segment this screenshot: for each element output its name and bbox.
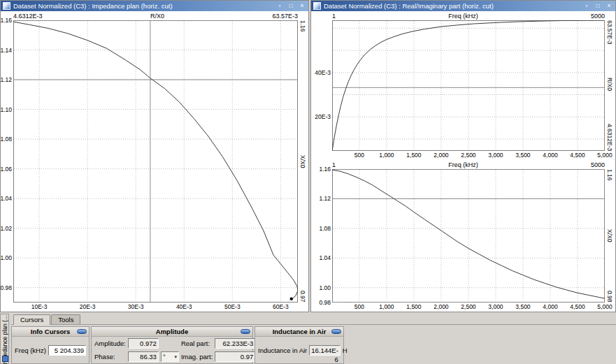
y-tick-label: 1.00 xyxy=(319,284,331,291)
impedance-plane-plot-canvas[interactable] xyxy=(13,20,298,303)
x-axis-labels: 5001,0001,5002,0002,5003,0003,5004,0004,… xyxy=(332,303,605,312)
y-tick-label: 20E-3 xyxy=(315,113,331,120)
group-title: Info Cursors xyxy=(31,328,70,335)
x-tick-label: 4,500 xyxy=(570,152,585,159)
tab-tools[interactable]: Tools xyxy=(51,314,80,324)
inductance-unit: H xyxy=(343,347,348,354)
x-axis-title: Freq (kHz) xyxy=(448,161,478,169)
right-axis-labels: 63.57E-3 R/X0 4.6312E-3 xyxy=(605,20,614,151)
undock-icon[interactable]: ▫ xyxy=(582,1,591,10)
info-cursors-group: Info Cursors Freq (kHz) 5 204.339 xyxy=(11,326,89,364)
x-axis-min: 4.6312E-3 xyxy=(13,12,43,20)
freq-input[interactable]: 5 204.339 xyxy=(48,345,86,356)
x-tick-label: 50E-3 xyxy=(224,303,241,310)
x-tick-label: 3,000 xyxy=(488,303,503,310)
inductance-field[interactable]: 16.144E-6 xyxy=(309,345,341,356)
x-tick-label: 30E-3 xyxy=(128,303,144,310)
x-axis-max: 63.57E-3 xyxy=(272,12,298,20)
amplitude-group: Amplitude Amplitude: 0.972 Real part: 62… xyxy=(91,326,253,364)
dataset-icon xyxy=(2,356,8,362)
x-axis-min: 1 xyxy=(332,161,336,169)
inductance-label: Inductance in Air xyxy=(258,347,307,354)
x-tick-label: 40E-3 xyxy=(176,303,192,310)
x-tick-label: 20E-3 xyxy=(80,303,96,310)
tab-cursors[interactable]: Cursors xyxy=(13,314,50,325)
real-part-field[interactable]: 62.233E-3 xyxy=(215,338,255,349)
y-axis-labels: 0.981.001.041.081.121.16 xyxy=(311,169,332,303)
y-tick-label: 1.02 xyxy=(0,225,12,232)
x-tick-label: 2,500 xyxy=(461,303,475,310)
x-tick-label: 5,000 xyxy=(597,303,612,310)
dataset-chart-icon xyxy=(313,2,321,10)
x-tick-label: 2,000 xyxy=(434,303,448,310)
group-header: Info Cursors xyxy=(12,327,89,337)
y-axis-max: 1.16 xyxy=(299,20,306,32)
window-title: Dataset Normalized (C3) : Real/Imaginary… xyxy=(324,2,580,10)
y-axis-labels: 20E-340E-3 xyxy=(311,20,332,151)
top-axis: 1 Freq (kHz) 5000 xyxy=(332,12,605,20)
undock-icon[interactable]: ▫ xyxy=(275,1,284,10)
vertical-tab-impedance-plan[interactable]: Impedance plan (... xyxy=(0,314,9,364)
x-tick-label: 1,500 xyxy=(406,303,421,310)
impedance-plane-chart: 4.6312E-3 R/X0 63.57E-3 0.981.001.021.04… xyxy=(1,11,308,312)
impedance-plan-window: Dataset Normalized (C3) : Impedance plan… xyxy=(0,0,309,312)
x-axis-max: 5000 xyxy=(591,12,605,20)
y-axis-min: 0.97 xyxy=(299,291,306,303)
real-part-label: Real part: xyxy=(181,340,213,347)
window-titlebar[interactable]: Dataset Normalized (C3) : Real/Imaginary… xyxy=(311,1,615,11)
x-tick-label: 1,000 xyxy=(379,152,394,159)
y-tick-label: 1.04 xyxy=(0,195,12,202)
x-tick-label: 3,000 xyxy=(488,152,503,159)
window-title: Dataset Normalized (C3) : Impedance plan… xyxy=(13,2,273,10)
x-tick-label: 3,500 xyxy=(515,152,530,159)
phase-unit-select[interactable]: ° ▾ xyxy=(161,351,179,362)
real-part-plot-canvas[interactable] xyxy=(332,20,605,151)
x-tick-label: 1,000 xyxy=(379,303,394,310)
imag-part-field[interactable]: 0.97 xyxy=(215,351,255,362)
maximize-icon[interactable]: □ xyxy=(594,1,602,10)
phase-unit-value: ° xyxy=(163,353,166,361)
y-axis-title: X/X0 xyxy=(606,229,613,242)
y-tick-label: 1.14 xyxy=(0,47,12,54)
collapse-pill-icon[interactable] xyxy=(241,329,250,334)
freq-label: Freq (kHz) xyxy=(15,347,46,354)
y-axis-min: 0.98 xyxy=(606,291,613,303)
x-axis-max: 5000 xyxy=(591,161,605,169)
x-axis-labels: 5001,0001,5002,0002,5003,0003,5004,0004,… xyxy=(332,151,605,160)
chevron-down-icon: ▾ xyxy=(174,354,177,360)
bottom-tabs: Cursors Tools xyxy=(11,314,616,325)
inductance-group: Inductance in Air Inductance in Air 16.1… xyxy=(255,326,344,364)
y-tick-label: 1.00 xyxy=(0,254,12,261)
y-tick-label: 0.98 xyxy=(319,299,331,306)
x-tick-label: 3,500 xyxy=(515,303,530,310)
cursors-panel: Impedance plan (... Cursors Tools Info C… xyxy=(0,314,616,364)
y-axis-labels: 0.981.001.021.041.061.081.101.121.141.16 xyxy=(1,20,13,303)
y-axis-min: 4.6312E-3 xyxy=(606,124,613,151)
collapse-pill-icon[interactable] xyxy=(77,329,87,334)
y-axis-max: 1.16 xyxy=(606,169,613,181)
amplitude-field[interactable]: 0.972 xyxy=(128,338,159,349)
right-axis-labels: 1.16 X/X0 0.98 xyxy=(605,169,614,303)
y-axis-title: X/X0 xyxy=(299,155,306,168)
phase-field[interactable]: 86.33 xyxy=(128,351,159,362)
x-axis-min: 1 xyxy=(332,12,336,20)
collapse-pill-icon[interactable] xyxy=(331,329,341,334)
window-titlebar[interactable]: Dataset Normalized (C3) : Impedance plan… xyxy=(1,1,308,11)
y-tick-label: 1.06 xyxy=(0,166,12,173)
x-tick-label: 4,500 xyxy=(570,303,585,310)
x-tick-label: 2,500 xyxy=(461,152,475,159)
x-tick-label: 4,000 xyxy=(543,152,557,159)
x-tick-label: 4,000 xyxy=(543,303,557,310)
close-icon[interactable]: × xyxy=(298,1,306,10)
group-header: Inductance in Air xyxy=(255,327,343,337)
imaginary-part-plot-canvas[interactable] xyxy=(332,169,605,303)
group-header: Amplitude xyxy=(92,327,252,337)
maximize-icon[interactable]: □ xyxy=(287,1,295,10)
phase-label: Phase: xyxy=(94,353,126,361)
y-tick-label: 40E-3 xyxy=(315,69,331,76)
close-icon[interactable]: × xyxy=(605,1,613,10)
top-axis: 4.6312E-3 R/X0 63.57E-3 xyxy=(13,12,298,20)
y-tick-label: 1.10 xyxy=(0,106,12,113)
real-imaginary-window: Dataset Normalized (C3) : Real/Imaginary… xyxy=(310,0,616,312)
y-tick-label: 1.12 xyxy=(319,195,331,202)
